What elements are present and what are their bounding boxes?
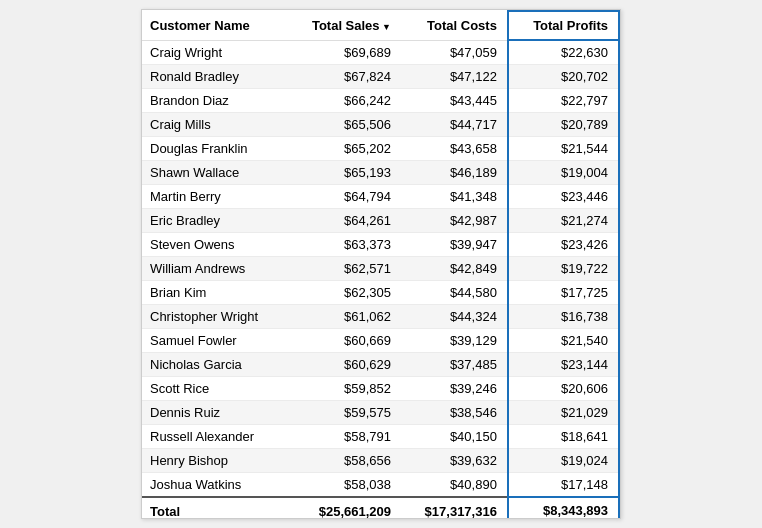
cell-sales: $63,373 — [287, 233, 401, 257]
table-footer-row: Total $25,661,209 $17,317,316 $8,343,893 — [142, 497, 619, 518]
cell-name: Scott Rice — [142, 377, 287, 401]
cell-profits: $21,029 — [508, 401, 619, 425]
col-header-costs[interactable]: Total Costs — [401, 11, 508, 40]
cell-profits: $23,446 — [508, 185, 619, 209]
total-profits: $8,343,893 — [508, 497, 619, 518]
cell-sales: $65,506 — [287, 113, 401, 137]
col-header-name[interactable]: Customer Name — [142, 11, 287, 40]
cell-profits: $23,144 — [508, 353, 619, 377]
cell-costs: $38,546 — [401, 401, 508, 425]
col-header-sales[interactable]: Total Sales — [287, 11, 401, 40]
cell-sales: $67,824 — [287, 65, 401, 89]
cell-name: Eric Bradley — [142, 209, 287, 233]
cell-sales: $59,852 — [287, 377, 401, 401]
cell-costs: $44,324 — [401, 305, 508, 329]
cell-sales: $66,242 — [287, 89, 401, 113]
table-row: Eric Bradley$64,261$42,987$21,274 — [142, 209, 619, 233]
cell-profits: $16,738 — [508, 305, 619, 329]
col-header-profits[interactable]: Total Profits — [508, 11, 619, 40]
cell-name: Martin Berry — [142, 185, 287, 209]
table-row: Ronald Bradley$67,824$47,122$20,702 — [142, 65, 619, 89]
cell-profits: $22,797 — [508, 89, 619, 113]
cell-costs: $47,059 — [401, 40, 508, 65]
data-table: Customer Name Total Sales Total Costs To… — [141, 9, 621, 519]
cell-name: Christopher Wright — [142, 305, 287, 329]
cell-costs: $40,890 — [401, 473, 508, 498]
cell-sales: $64,261 — [287, 209, 401, 233]
cell-name: Ronald Bradley — [142, 65, 287, 89]
cell-sales: $60,669 — [287, 329, 401, 353]
cell-name: Samuel Fowler — [142, 329, 287, 353]
cell-costs: $39,246 — [401, 377, 508, 401]
table-row: Henry Bishop$58,656$39,632$19,024 — [142, 449, 619, 473]
cell-profits: $20,789 — [508, 113, 619, 137]
cell-name: Brian Kim — [142, 281, 287, 305]
table-row: Steven Owens$63,373$39,947$23,426 — [142, 233, 619, 257]
cell-sales: $62,305 — [287, 281, 401, 305]
cell-profits: $17,148 — [508, 473, 619, 498]
table-row: Brandon Diaz$66,242$43,445$22,797 — [142, 89, 619, 113]
cell-costs: $41,348 — [401, 185, 508, 209]
cell-profits: $21,540 — [508, 329, 619, 353]
cell-costs: $44,580 — [401, 281, 508, 305]
cell-costs: $40,150 — [401, 425, 508, 449]
table-header-row: Customer Name Total Sales Total Costs To… — [142, 11, 619, 40]
cell-name: Craig Mills — [142, 113, 287, 137]
cell-profits: $21,274 — [508, 209, 619, 233]
table-row: Craig Mills$65,506$44,717$20,789 — [142, 113, 619, 137]
cell-name: Shawn Wallace — [142, 161, 287, 185]
cell-profits: $17,725 — [508, 281, 619, 305]
table-row: Dennis Ruiz$59,575$38,546$21,029 — [142, 401, 619, 425]
cell-costs: $39,947 — [401, 233, 508, 257]
cell-profits: $19,722 — [508, 257, 619, 281]
cell-profits: $18,641 — [508, 425, 619, 449]
cell-costs: $47,122 — [401, 65, 508, 89]
cell-name: Henry Bishop — [142, 449, 287, 473]
cell-sales: $58,038 — [287, 473, 401, 498]
cell-profits: $19,024 — [508, 449, 619, 473]
cell-sales: $58,791 — [287, 425, 401, 449]
table-row: Russell Alexander$58,791$40,150$18,641 — [142, 425, 619, 449]
cell-sales: $62,571 — [287, 257, 401, 281]
cell-name: Russell Alexander — [142, 425, 287, 449]
cell-costs: $43,658 — [401, 137, 508, 161]
cell-profits: $19,004 — [508, 161, 619, 185]
cell-sales: $61,062 — [287, 305, 401, 329]
cell-profits: $20,702 — [508, 65, 619, 89]
cell-name: Steven Owens — [142, 233, 287, 257]
cell-name: Dennis Ruiz — [142, 401, 287, 425]
cell-costs: $42,849 — [401, 257, 508, 281]
table-row: Martin Berry$64,794$41,348$23,446 — [142, 185, 619, 209]
cell-profits: $22,630 — [508, 40, 619, 65]
cell-costs: $44,717 — [401, 113, 508, 137]
cell-sales: $65,202 — [287, 137, 401, 161]
cell-sales: $58,656 — [287, 449, 401, 473]
table-row: Christopher Wright$61,062$44,324$16,738 — [142, 305, 619, 329]
cell-sales: $59,575 — [287, 401, 401, 425]
cell-costs: $37,485 — [401, 353, 508, 377]
total-label: Total — [142, 497, 287, 518]
cell-costs: $42,987 — [401, 209, 508, 233]
table-row: Douglas Franklin$65,202$43,658$21,544 — [142, 137, 619, 161]
table-row: Scott Rice$59,852$39,246$20,606 — [142, 377, 619, 401]
cell-name: William Andrews — [142, 257, 287, 281]
cell-name: Nicholas Garcia — [142, 353, 287, 377]
cell-name: Brandon Diaz — [142, 89, 287, 113]
cell-sales: $60,629 — [287, 353, 401, 377]
table-row: Craig Wright$69,689$47,059$22,630 — [142, 40, 619, 65]
cell-sales: $69,689 — [287, 40, 401, 65]
cell-sales: $65,193 — [287, 161, 401, 185]
cell-profits: $21,544 — [508, 137, 619, 161]
cell-costs: $46,189 — [401, 161, 508, 185]
total-sales: $25,661,209 — [287, 497, 401, 518]
table-row: Shawn Wallace$65,193$46,189$19,004 — [142, 161, 619, 185]
cell-name: Joshua Watkins — [142, 473, 287, 498]
table-row: William Andrews$62,571$42,849$19,722 — [142, 257, 619, 281]
cell-profits: $23,426 — [508, 233, 619, 257]
total-costs: $17,317,316 — [401, 497, 508, 518]
table-row: Samuel Fowler$60,669$39,129$21,540 — [142, 329, 619, 353]
table-row: Nicholas Garcia$60,629$37,485$23,144 — [142, 353, 619, 377]
table-scroll-area[interactable]: Customer Name Total Sales Total Costs To… — [142, 10, 620, 518]
cell-name: Douglas Franklin — [142, 137, 287, 161]
cell-costs: $39,129 — [401, 329, 508, 353]
